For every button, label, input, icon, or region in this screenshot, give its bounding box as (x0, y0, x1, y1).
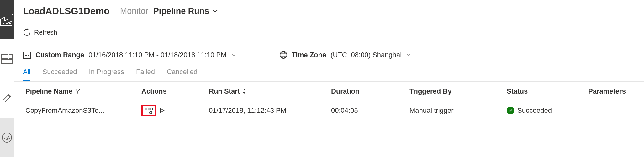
col-header-duration[interactable]: Duration (331, 87, 409, 95)
nav-factory-button[interactable] (0, 0, 14, 39)
timezone-label: Time Zone (292, 51, 326, 59)
refresh-label: Refresh (34, 29, 57, 36)
factory-icon (0, 14, 14, 26)
cell-duration: 00:04:05 (331, 106, 409, 115)
cell-actions (141, 105, 209, 116)
globe-icon (279, 51, 288, 59)
filter-bar: Custom Range 01/16/2018 11:10 PM - 01/18… (14, 43, 644, 65)
svg-rect-4 (9, 55, 12, 58)
date-range-value: 01/16/2018 11:10 PM - 01/18/2018 11:10 P… (88, 51, 226, 59)
chevron-down-icon (212, 9, 218, 13)
timezone-filter[interactable]: Time Zone (UTC+08:00) Shanghai (279, 51, 411, 59)
svg-rect-1 (6, 23, 8, 24)
runs-table: Pipeline Name Actions Run Start Duration… (14, 82, 644, 121)
nav-author-button[interactable] (0, 78, 14, 118)
svg-rect-15 (28, 55, 29, 56)
view-dropdown[interactable]: Pipeline Runs (153, 6, 218, 16)
table-header: Pipeline Name Actions Run Start Duration… (14, 82, 644, 100)
calendar-icon (23, 51, 31, 59)
col-header-actions: Actions (141, 87, 209, 95)
col-header-name-label: Pipeline Name (25, 87, 72, 95)
status-tabs: All Succeeded In Progress Failed Cancell… (14, 65, 644, 82)
table-row[interactable]: CopyFromAmazonS3To... (14, 100, 644, 121)
svg-rect-2 (9, 23, 11, 24)
success-icon (507, 107, 514, 114)
col-header-trigger[interactable]: Triggered By (409, 87, 507, 95)
filter-icon (75, 89, 81, 94)
cell-pipeline-name: CopyFromAmazonS3To... (25, 106, 141, 115)
col-header-runstart[interactable]: Run Start (209, 87, 331, 95)
svg-point-22 (148, 108, 150, 110)
page-title: LoadADLSG1Demo (23, 6, 110, 16)
status-text: Succeeded (517, 106, 552, 115)
tab-failed[interactable]: Failed (136, 65, 155, 81)
sort-icon (242, 89, 246, 94)
timezone-value: (UTC+08:00) Shanghai (330, 51, 402, 59)
svg-point-8 (6, 139, 8, 140)
col-header-name[interactable]: Pipeline Name (25, 87, 141, 95)
cell-trigger: Manual trigger (409, 106, 507, 115)
col-header-status[interactable]: Status (507, 87, 588, 95)
activity-runs-icon (145, 107, 153, 115)
nav-overview-button[interactable] (0, 39, 14, 78)
nav-monitor-button[interactable] (0, 118, 14, 157)
dashboard-icon (1, 54, 13, 64)
svg-rect-14 (26, 55, 27, 56)
col-header-runstart-label: Run Start (209, 87, 240, 95)
header-section: Monitor (120, 6, 148, 16)
cell-runstart: 01/17/2018, 11:12:43 PM (209, 106, 331, 115)
rerun-button[interactable] (158, 107, 165, 114)
pencil-icon (2, 93, 12, 103)
view-activity-runs-button[interactable] (141, 105, 156, 116)
toolbar: Refresh (14, 25, 644, 43)
svg-rect-5 (2, 60, 12, 63)
nav-rail (0, 0, 14, 157)
refresh-icon (23, 28, 31, 36)
date-range-filter[interactable]: Custom Range 01/16/2018 11:10 PM - 01/18… (23, 51, 236, 59)
col-header-params[interactable]: Parameters (588, 87, 644, 95)
date-range-label: Custom Range (35, 51, 84, 59)
tab-inprogress[interactable]: In Progress (89, 65, 124, 81)
svg-point-21 (145, 108, 147, 110)
tab-succeeded[interactable]: Succeeded (42, 65, 77, 81)
chevron-down-icon (231, 53, 236, 57)
svg-point-23 (151, 108, 153, 110)
page-header: LoadADLSG1Demo Monitor Pipeline Runs (14, 0, 644, 25)
header-divider (115, 6, 115, 16)
tab-all[interactable]: All (23, 65, 30, 81)
svg-rect-0 (3, 23, 4, 24)
refresh-button[interactable]: Refresh (23, 28, 57, 36)
cell-status: Succeeded (507, 106, 588, 115)
svg-rect-13 (25, 55, 26, 56)
tab-cancelled[interactable]: Cancelled (167, 65, 198, 81)
gauge-icon (1, 132, 13, 143)
chevron-down-icon (406, 53, 411, 57)
main-content: LoadADLSG1Demo Monitor Pipeline Runs Ref… (14, 0, 644, 157)
view-dropdown-label: Pipeline Runs (153, 6, 209, 16)
svg-rect-3 (2, 55, 8, 58)
